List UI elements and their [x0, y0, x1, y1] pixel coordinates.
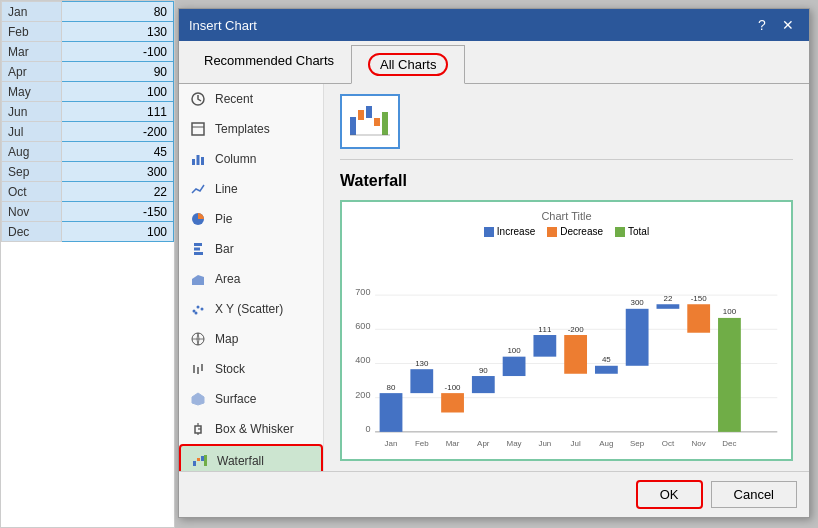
- scatter-icon: [189, 300, 207, 318]
- pie-icon: [189, 210, 207, 228]
- tab-recommended[interactable]: Recommended Charts: [187, 45, 351, 83]
- svg-text:0: 0: [365, 424, 370, 434]
- svg-text:-150: -150: [691, 294, 708, 303]
- svg-point-12: [197, 306, 200, 309]
- spreadsheet-value: -200: [62, 122, 174, 142]
- chart-type-stock[interactable]: Stock: [179, 354, 323, 384]
- chart-type-label: Pie: [215, 212, 232, 226]
- chart-frame-title: Chart Title: [350, 210, 783, 222]
- svg-rect-27: [201, 456, 204, 461]
- svg-text:Nov: Nov: [692, 439, 706, 448]
- svg-text:90: 90: [479, 366, 488, 375]
- spreadsheet-label: Mar: [2, 42, 62, 62]
- svg-text:22: 22: [663, 294, 672, 303]
- svg-rect-8: [194, 248, 200, 251]
- svg-text:80: 80: [387, 383, 396, 392]
- spreadsheet-label: Nov: [2, 202, 62, 222]
- svg-rect-9: [194, 252, 203, 255]
- spreadsheet-label: May: [2, 82, 62, 102]
- preview-chart-name: Waterfall: [340, 172, 793, 190]
- chart-type-waterfall[interactable]: Waterfall: [179, 444, 323, 471]
- legend-decrease-color: [547, 227, 557, 237]
- chart-type-map[interactable]: Map: [179, 324, 323, 354]
- svg-text:Jun: Jun: [538, 439, 551, 448]
- spreadsheet-value: 45: [62, 142, 174, 162]
- help-button[interactable]: ?: [751, 14, 773, 36]
- svg-text:Oct: Oct: [662, 439, 675, 448]
- ok-button[interactable]: OK: [636, 480, 703, 509]
- svg-text:Apr: Apr: [477, 439, 490, 448]
- svg-text:45: 45: [602, 355, 611, 364]
- recent-icon: [189, 90, 207, 108]
- chart-type-recent[interactable]: Recent: [179, 84, 323, 114]
- svg-rect-28: [204, 455, 207, 466]
- svg-text:-100: -100: [445, 383, 462, 392]
- svg-text:111: 111: [538, 325, 552, 334]
- close-button[interactable]: ✕: [777, 14, 799, 36]
- spreadsheet-value: 22: [62, 182, 174, 202]
- cancel-button[interactable]: Cancel: [711, 481, 797, 508]
- chart-type-label: Waterfall: [217, 454, 264, 468]
- svg-text:Feb: Feb: [415, 439, 429, 448]
- legend-increase: Increase: [484, 226, 535, 237]
- svg-rect-25: [193, 461, 196, 466]
- bar-icon: [189, 240, 207, 258]
- legend-total: Total: [615, 226, 649, 237]
- svg-text:Mar: Mar: [446, 439, 460, 448]
- column-icon: [189, 150, 207, 168]
- waterfall-thumb-1[interactable]: [340, 94, 400, 149]
- chart-type-boxwhisker[interactable]: Box & Whisker: [179, 414, 323, 444]
- chart-type-label: Box & Whisker: [215, 422, 294, 436]
- waterfall-icon: [191, 452, 209, 470]
- chart-type-label: Area: [215, 272, 240, 286]
- svg-text:100: 100: [507, 346, 521, 355]
- tab-allcharts[interactable]: All Charts: [351, 45, 465, 84]
- chart-type-bar[interactable]: Bar: [179, 234, 323, 264]
- area-icon: [189, 270, 207, 288]
- spreadsheet-value: 130: [62, 22, 174, 42]
- svg-rect-56: [472, 376, 495, 393]
- chart-type-templates[interactable]: Templates: [179, 114, 323, 144]
- spreadsheet-value: 80: [62, 2, 174, 22]
- dialog-footer: OK Cancel: [179, 471, 809, 517]
- chart-type-xyscatter[interactable]: X Y (Scatter): [179, 294, 323, 324]
- svg-text:130: 130: [415, 359, 429, 368]
- titlebar-buttons: ? ✕: [751, 14, 799, 36]
- svg-point-13: [201, 308, 204, 311]
- chart-type-pie[interactable]: Pie: [179, 204, 323, 234]
- svg-rect-37: [374, 118, 380, 126]
- spreadsheet-value: 300: [62, 162, 174, 182]
- svg-rect-52: [410, 369, 433, 393]
- chart-type-label: Bar: [215, 242, 234, 256]
- svg-text:-200: -200: [568, 325, 585, 334]
- stock-icon: [189, 360, 207, 378]
- spreadsheet-value: -150: [62, 202, 174, 222]
- chart-type-column[interactable]: Column: [179, 144, 323, 174]
- chart-type-line[interactable]: Line: [179, 174, 323, 204]
- chart-type-label: Column: [215, 152, 256, 166]
- svg-text:Jan: Jan: [385, 439, 398, 448]
- thumbnail-strip: [340, 94, 793, 160]
- dialog-titlebar: Insert Chart ? ✕: [179, 9, 809, 41]
- svg-text:100: 100: [723, 308, 737, 317]
- chart-type-label: Recent: [215, 92, 253, 106]
- spreadsheet-value: 90: [62, 62, 174, 82]
- spreadsheet-label: Feb: [2, 22, 62, 42]
- svg-rect-5: [201, 157, 204, 165]
- legend-total-color: [615, 227, 625, 237]
- svg-rect-26: [197, 458, 200, 461]
- chart-type-surface[interactable]: Surface: [179, 384, 323, 414]
- spreadsheet-value: 100: [62, 82, 174, 102]
- svg-marker-10: [192, 275, 204, 285]
- surface-icon: [189, 390, 207, 408]
- chart-type-area[interactable]: Area: [179, 264, 323, 294]
- svg-rect-36: [366, 106, 372, 118]
- svg-rect-68: [657, 304, 680, 309]
- svg-rect-58: [503, 357, 526, 376]
- box-icon: [189, 420, 207, 438]
- svg-rect-60: [533, 335, 556, 357]
- chart-type-label: Templates: [215, 122, 270, 136]
- svg-text:Sep: Sep: [630, 439, 645, 448]
- spreadsheet-value: 111: [62, 102, 174, 122]
- svg-rect-3: [192, 159, 195, 165]
